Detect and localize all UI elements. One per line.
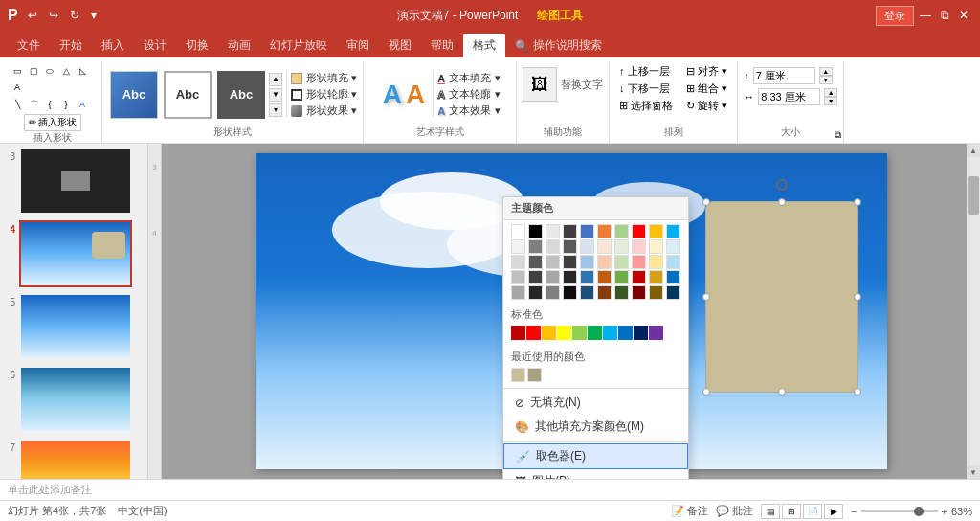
tab-search[interactable]: 🔍 操作说明搜索 xyxy=(505,34,612,57)
slide-thumb-6[interactable]: 6 xyxy=(4,366,144,433)
color-cell[interactable] xyxy=(528,270,543,284)
text-fill-arrow[interactable]: ▾ xyxy=(495,72,501,84)
color-cell[interactable] xyxy=(563,255,577,269)
width-input[interactable] xyxy=(758,88,820,105)
shape-brace[interactable]: } xyxy=(58,97,74,112)
color-cell[interactable] xyxy=(649,239,663,254)
color-cell[interactable] xyxy=(546,285,560,300)
style-btn-3[interactable]: Abc xyxy=(217,71,265,119)
text-effect-arrow[interactable]: ▾ xyxy=(495,104,501,117)
minimize-button[interactable]: — xyxy=(916,7,935,24)
handle-bc[interactable] xyxy=(778,388,786,396)
handle-rc[interactable] xyxy=(854,293,861,301)
color-cell[interactable] xyxy=(632,239,646,254)
std-color-9[interactable] xyxy=(634,326,648,340)
color-cell[interactable] xyxy=(563,285,577,300)
handle-tl[interactable] xyxy=(702,198,710,206)
color-cell[interactable] xyxy=(614,239,629,254)
tab-home[interactable]: 开始 xyxy=(50,34,92,57)
color-cell[interactable] xyxy=(511,239,525,254)
std-color-3[interactable] xyxy=(542,326,556,340)
height-up[interactable]: ▲ xyxy=(819,67,833,76)
shape-outline-dropdown[interactable]: 形状轮廓 ▾ xyxy=(306,87,357,102)
normal-view-btn[interactable]: ▤ xyxy=(761,504,780,519)
group-btn[interactable]: ⊞ 组合 ▾ xyxy=(682,80,731,97)
scroll-down-arrow[interactable]: ▼ xyxy=(967,465,980,479)
shape-text[interactable]: A xyxy=(10,79,25,95)
color-cell[interactable] xyxy=(649,270,663,284)
slide-img-3[interactable] xyxy=(19,147,132,215)
slide-thumb-3[interactable]: 3 xyxy=(4,147,144,215)
quick-access-dropdown[interactable]: ▾ xyxy=(87,7,100,24)
redo-button[interactable]: ↪ xyxy=(45,7,62,24)
move-up-btn[interactable]: ↑ 上移一层 xyxy=(615,63,677,79)
color-cell[interactable] xyxy=(546,239,560,254)
color-cell[interactable] xyxy=(563,239,577,254)
slide-thumb-5[interactable]: 5 xyxy=(4,293,144,360)
slide-img-7[interactable] xyxy=(19,439,132,479)
recent-color-2[interactable] xyxy=(527,368,542,382)
std-color-8[interactable] xyxy=(618,326,633,340)
no-fill-item[interactable]: ⊘ 无填充(N) xyxy=(503,391,688,415)
login-button[interactable]: 登录 xyxy=(876,6,914,26)
color-cell[interactable] xyxy=(666,255,680,269)
shape-effect-dropdown[interactable]: 形状效果 ▾ xyxy=(306,103,357,118)
rotate-btn[interactable]: ↻ 旋转 ▾ xyxy=(682,98,731,114)
color-cell[interactable] xyxy=(580,224,594,238)
color-cell[interactable] xyxy=(632,255,646,269)
shape-fill-dropdown[interactable]: 形状填充 ▾ xyxy=(306,71,357,85)
align-btn[interactable]: ⊟ 对齐 ▾ xyxy=(682,63,731,79)
color-cell[interactable] xyxy=(511,255,525,269)
slideshow-view-btn[interactable]: ▶ xyxy=(824,504,843,519)
tab-file[interactable]: 文件 xyxy=(8,34,50,57)
std-color-2[interactable] xyxy=(526,326,541,340)
undo-button[interactable]: ↩ xyxy=(24,7,41,24)
slide-img-5[interactable] xyxy=(19,293,132,360)
slide-img-4[interactable] xyxy=(19,220,132,287)
color-cell[interactable] xyxy=(546,270,560,284)
handle-tr[interactable] xyxy=(854,198,861,206)
close-button[interactable]: ✕ xyxy=(955,7,972,24)
std-color-1[interactable] xyxy=(511,326,525,340)
text-fill-row[interactable]: A 文本填充 ▾ xyxy=(437,71,501,85)
move-down-btn[interactable]: ↓ 下移一层 xyxy=(615,80,677,97)
notes-btn[interactable]: 📝 备注 xyxy=(671,504,708,518)
shape-fill-arrow[interactable]: ▾ xyxy=(351,72,357,83)
color-cell[interactable] xyxy=(649,224,663,238)
color-cell[interactable] xyxy=(511,285,525,300)
shape-line[interactable]: ╲ xyxy=(10,97,25,112)
shape-right-tri[interactable]: ◺ xyxy=(75,63,90,79)
color-cell[interactable] xyxy=(632,270,646,284)
styles-expand[interactable]: ▾ xyxy=(269,103,282,117)
tab-view[interactable]: 视图 xyxy=(379,34,421,57)
color-cell[interactable] xyxy=(666,239,680,254)
slide-thumb-4[interactable]: 4 xyxy=(4,220,144,287)
shape-effect-row[interactable]: 形状效果 ▾ xyxy=(291,103,357,118)
shape-isosceles[interactable]: △ xyxy=(58,63,74,79)
std-color-5[interactable] xyxy=(572,326,587,340)
color-cell[interactable] xyxy=(580,239,594,254)
slide-thumb-7[interactable]: 7 xyxy=(4,439,144,479)
picture-item[interactable]: 🖼 图片(P) xyxy=(503,469,688,479)
color-cell[interactable] xyxy=(614,255,629,269)
styles-scroll-up[interactable]: ▲ xyxy=(269,73,282,86)
art-letter-orange[interactable]: A xyxy=(406,79,425,110)
size-expand-btn[interactable]: ⧉ xyxy=(835,129,841,141)
handle-lc[interactable] xyxy=(702,293,710,301)
color-cell[interactable] xyxy=(580,270,594,284)
tab-slideshow[interactable]: 幻灯片放映 xyxy=(260,34,337,57)
std-color-10[interactable] xyxy=(649,326,663,340)
handle-tc[interactable] xyxy=(778,198,786,206)
scroll-thumb[interactable] xyxy=(968,176,979,215)
std-color-4[interactable] xyxy=(557,326,571,340)
tab-format[interactable]: 格式 xyxy=(463,34,505,57)
color-cell[interactable] xyxy=(597,239,612,254)
width-down[interactable]: ▼ xyxy=(824,97,837,105)
style-btn-1[interactable]: Abc xyxy=(110,71,158,119)
shape-rect[interactable]: ▭ xyxy=(10,63,25,79)
color-cell[interactable] xyxy=(580,255,594,269)
selected-shape[interactable] xyxy=(705,201,858,393)
shape-rounded[interactable]: ▢ xyxy=(26,63,41,79)
std-color-6[interactable] xyxy=(588,326,602,340)
color-cell[interactable] xyxy=(614,224,629,238)
